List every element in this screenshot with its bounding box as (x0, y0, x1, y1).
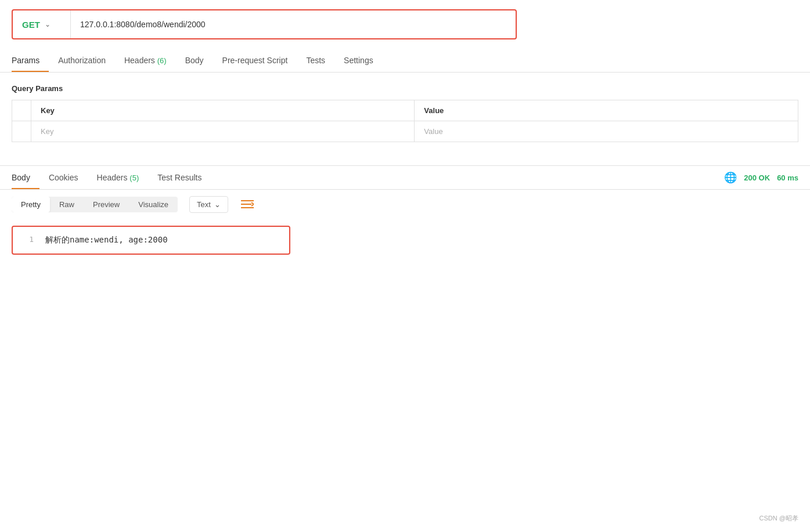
query-params-section: Query Params Key Value Key Value (0, 73, 810, 142)
tab-params[interactable]: Params (12, 49, 49, 72)
wrap-icon[interactable] (235, 196, 260, 213)
response-section: Body Cookies Headers (5) Test Results 🌐 … (0, 166, 810, 262)
row-checkbox[interactable] (12, 121, 31, 142)
response-status: 🌐 200 OK 60 ms (724, 171, 798, 184)
format-tabs: Pretty Raw Preview Visualize (12, 197, 178, 212)
method-select[interactable]: GET ⌄ (13, 10, 71, 38)
headers-badge: (6) (157, 56, 167, 65)
key-cell[interactable]: Key (31, 121, 415, 142)
checkbox-col-header (12, 100, 31, 121)
url-bar-container: GET ⌄ (12, 9, 517, 39)
response-tabs-bar: Body Cookies Headers (5) Test Results 🌐 … (0, 166, 810, 190)
tab-body[interactable]: Body (176, 49, 213, 72)
response-tabs-nav: Body Cookies Headers (5) Test Results (12, 166, 724, 189)
tab-response-body[interactable]: Body (12, 166, 39, 189)
tab-settings[interactable]: Settings (334, 49, 383, 72)
value-col-header: Value (415, 100, 798, 121)
response-headers-badge: (5) (129, 173, 139, 182)
response-content: 解析的name:wendi, age:2000 (45, 235, 168, 245)
response-body: 1 解析的name:wendi, age:2000 (0, 219, 810, 262)
url-input[interactable] (71, 20, 516, 29)
globe-icon: 🌐 (724, 171, 737, 184)
tab-headers[interactable]: Headers (6) (115, 49, 176, 72)
format-dropdown[interactable]: Text ⌄ (189, 196, 228, 213)
tab-cookies[interactable]: Cookies (39, 166, 88, 189)
params-table: Key Value Key Value (12, 100, 798, 142)
format-tab-preview[interactable]: Preview (84, 197, 129, 212)
response-code-block: 1 解析的name:wendi, age:2000 (12, 226, 290, 255)
tab-response-headers[interactable]: Headers (5) (88, 166, 149, 189)
method-label: GET (22, 20, 40, 30)
format-bar: Pretty Raw Preview Visualize Text ⌄ (0, 190, 810, 219)
tab-test-results[interactable]: Test Results (148, 166, 211, 189)
tab-tests[interactable]: Tests (297, 49, 334, 72)
key-col-header: Key (31, 100, 415, 121)
tab-authorization[interactable]: Authorization (49, 49, 115, 72)
chevron-down-icon: ⌄ (214, 200, 221, 209)
url-bar-section: GET ⌄ (0, 0, 810, 49)
value-cell[interactable]: Value (415, 121, 798, 142)
table-row: Key Value (12, 121, 798, 142)
format-tab-raw[interactable]: Raw (50, 197, 84, 212)
tab-pre-request-script[interactable]: Pre-request Script (213, 49, 297, 72)
format-tab-pretty[interactable]: Pretty (12, 197, 50, 212)
request-tabs-section: Params Authorization Headers (6) Body Pr… (0, 49, 810, 73)
chevron-down-icon: ⌄ (45, 20, 51, 28)
word-wrap-icon (241, 199, 254, 209)
request-tabs-nav: Params Authorization Headers (6) Body Pr… (12, 49, 798, 72)
format-dropdown-label: Text (197, 200, 211, 209)
status-ok: 200 OK (744, 173, 770, 182)
format-tab-visualize[interactable]: Visualize (129, 197, 178, 212)
line-number: 1 (24, 235, 34, 244)
status-time: 60 ms (777, 173, 798, 182)
query-params-title: Query Params (12, 84, 798, 93)
